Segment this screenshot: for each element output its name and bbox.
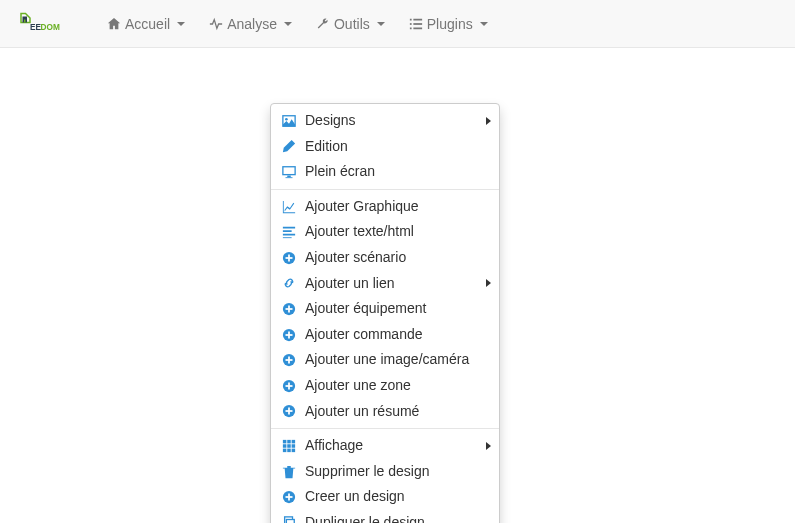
picture-icon [281,113,297,129]
plus-circle-icon [281,489,297,505]
menu-affichage-label: Affichage [305,436,363,456]
nav-accueil-label: Accueil [125,16,170,32]
menu-creer[interactable]: Creer un design [271,484,499,510]
nav-plugins[interactable]: Plugins [397,8,500,40]
svg-rect-40 [283,444,287,448]
plus-circle-icon [281,403,297,419]
svg-rect-30 [286,359,293,361]
menu-ajouter-lien-label: Ajouter un lien [305,274,395,294]
svg-rect-45 [292,449,296,453]
svg-rect-50 [286,519,294,523]
svg-rect-8 [410,27,412,29]
jeedom-logo-icon: EE DOM [15,10,75,38]
menu-supprimer[interactable]: Supprimer le design [271,459,499,485]
svg-rect-44 [287,449,291,453]
svg-rect-21 [286,257,293,259]
context-menu: Designs Edition Plein écran Ajouter Grap… [270,103,500,523]
svg-rect-15 [283,227,295,229]
nav-plugins-label: Plugins [427,16,473,32]
menu-dupliquer-label: Dupliquer le design [305,513,425,523]
menu-ajouter-equipement[interactable]: Ajouter équipement [271,296,499,322]
menu-ajouter-graphique[interactable]: Ajouter Graphique [271,194,499,220]
menu-ajouter-image-label: Ajouter une image/caméra [305,350,469,370]
svg-rect-27 [286,334,293,336]
svg-rect-5 [413,18,422,20]
svg-text:DOM: DOM [41,23,60,32]
menu-separator [271,189,499,190]
home-icon [107,17,121,31]
svg-rect-7 [413,23,422,25]
chart-line-icon [281,199,297,215]
chevron-right-icon [486,117,491,125]
plus-circle-icon [281,327,297,343]
nav-outils[interactable]: Outils [304,8,397,40]
menu-separator [271,428,499,429]
nav-accueil[interactable]: Accueil [95,8,197,40]
svg-rect-12 [283,167,295,175]
caret-icon [177,22,185,26]
pencil-icon [281,138,297,154]
menu-ajouter-zone-label: Ajouter une zone [305,376,411,396]
svg-rect-39 [292,440,296,444]
nav-outils-label: Outils [334,16,370,32]
menu-designs-label: Designs [305,111,356,131]
link-icon [281,275,297,291]
nav-analyse[interactable]: Analyse [197,8,304,40]
menu-edition[interactable]: Edition [271,134,499,160]
svg-rect-37 [283,440,287,444]
svg-rect-1 [24,19,26,22]
menu-supprimer-label: Supprimer le design [305,462,430,482]
trash-icon [281,464,297,480]
menu-ajouter-lien[interactable]: Ajouter un lien [271,271,499,297]
navbar: EE DOM Accueil Analyse Outils Plugins [0,0,795,48]
wrench-icon [316,17,330,31]
menu-ajouter-commande-label: Ajouter commande [305,325,423,345]
menu-ajouter-resume[interactable]: Ajouter un résumé [271,399,499,425]
menu-plein-ecran-label: Plein écran [305,162,375,182]
menu-ajouter-resume-label: Ajouter un résumé [305,402,419,422]
menu-ajouter-graphique-label: Ajouter Graphique [305,197,419,217]
chevron-right-icon [486,279,491,287]
svg-rect-42 [292,444,296,448]
menu-plein-ecran[interactable]: Plein écran [271,159,499,185]
menu-ajouter-texte[interactable]: Ajouter texte/html [271,219,499,245]
menu-creer-label: Creer un design [305,487,405,507]
desktop-icon [281,164,297,180]
svg-rect-43 [283,449,287,453]
svg-rect-13 [287,175,291,177]
align-left-icon [281,224,297,240]
logo[interactable]: EE DOM [15,10,75,38]
menu-ajouter-scenario-label: Ajouter scénario [305,248,406,268]
menu-edition-label: Edition [305,137,348,157]
svg-rect-24 [286,308,293,310]
svg-rect-18 [283,237,292,238]
menu-ajouter-image[interactable]: Ajouter une image/caméra [271,347,499,373]
nav-analyse-label: Analyse [227,16,277,32]
chevron-right-icon [486,442,491,450]
svg-rect-14 [286,177,293,178]
list-icon [409,17,423,31]
plus-circle-icon [281,352,297,368]
plus-circle-icon [281,250,297,266]
menu-ajouter-texte-label: Ajouter texte/html [305,222,414,242]
svg-point-11 [285,118,288,121]
menu-designs[interactable]: Designs [271,108,499,134]
svg-rect-16 [283,230,292,232]
caret-icon [284,22,292,26]
files-icon [281,515,297,523]
svg-rect-48 [286,496,293,498]
menu-ajouter-scenario[interactable]: Ajouter scénario [271,245,499,271]
plus-circle-icon [281,378,297,394]
menu-affichage[interactable]: Affichage [271,433,499,459]
menu-ajouter-zone[interactable]: Ajouter une zone [271,373,499,399]
menu-dupliquer[interactable]: Dupliquer le design [271,510,499,523]
svg-rect-33 [286,385,293,387]
svg-rect-6 [410,23,412,25]
menu-ajouter-equipement-label: Ajouter équipement [305,299,426,319]
svg-rect-17 [283,234,295,236]
menu-ajouter-commande[interactable]: Ajouter commande [271,322,499,348]
svg-rect-36 [286,410,293,412]
svg-rect-38 [287,440,291,444]
caret-icon [480,22,488,26]
svg-rect-9 [413,27,422,29]
